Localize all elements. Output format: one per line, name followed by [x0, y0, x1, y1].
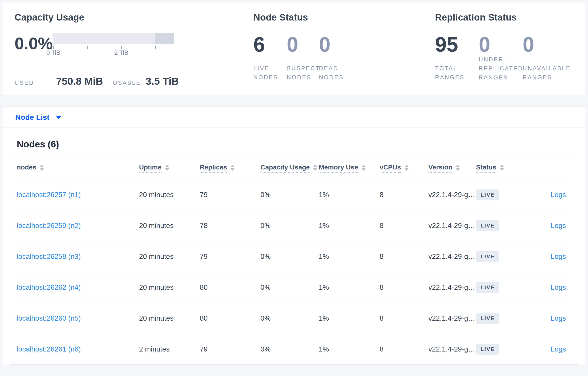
sort-icon[interactable]	[40, 165, 44, 171]
under-replicated-label: UNDER-REPLICATED RANGES	[479, 55, 523, 82]
suspect-nodes-value: 0	[287, 34, 319, 55]
capacity-usage-section: Capacity Usage 0.0% 0 TiB 2 TiB	[15, 12, 253, 87]
node-link[interactable]: localhost:26259 (n2)	[17, 221, 81, 230]
column-header-replicas[interactable]: Replicas	[200, 164, 261, 173]
node-link[interactable]: localhost:26257 (n1)	[17, 191, 81, 198]
vcpus-cell: 8	[380, 314, 428, 322]
live-nodes-value: 6	[253, 34, 287, 55]
table-row: localhost:26257 (n1) 20 minutes 79 0% 1%…	[17, 179, 571, 210]
capacity-usage-title: Capacity Usage	[15, 12, 253, 23]
replicas-cell: 79	[200, 252, 261, 261]
sort-icon[interactable]	[313, 165, 317, 171]
axis-tick	[87, 46, 88, 49]
node-status-title: Node Status	[253, 12, 435, 23]
table-row: localhost:26262 (n4) 20 minutes 80 0% 1%…	[17, 272, 571, 303]
column-header-nodes[interactable]: nodes	[17, 164, 139, 173]
replication-status-title: Replication Status	[435, 12, 573, 23]
logs-link[interactable]: Logs	[551, 283, 566, 291]
status-badge: LIVE	[476, 344, 499, 355]
replicas-cell: 80	[200, 314, 261, 322]
table-row: localhost:26261 (n6) 2 minutes 79 0% 1% …	[17, 334, 571, 365]
sort-icon[interactable]	[500, 165, 504, 171]
memory-cell: 1%	[319, 283, 380, 292]
sort-icon[interactable]	[405, 165, 409, 171]
dead-nodes-value: 0	[319, 34, 363, 55]
memory-cell: 1%	[319, 252, 380, 261]
total-ranges-stat: 95 TOTAL RANGES	[435, 34, 479, 82]
uptime-cell: 20 minutes	[139, 191, 200, 199]
usable-label: USABLE	[113, 79, 141, 86]
version-cell: v22.1.4-29-g…	[428, 252, 476, 261]
capacity-bar	[52, 33, 174, 44]
dead-nodes-stat: 0 DEAD NODES	[319, 34, 363, 82]
column-header-memory-use[interactable]: Memory Use	[319, 164, 380, 173]
status-badge: LIVE	[476, 220, 499, 231]
replicas-cell: 78	[200, 221, 261, 230]
version-cell: v22.1.4-29-g…	[428, 221, 476, 230]
vcpus-cell: 8	[380, 345, 428, 353]
column-header-status[interactable]: Status	[476, 164, 523, 173]
node-list-dropdown[interactable]: Node List	[15, 113, 61, 122]
uptime-cell: 20 minutes	[139, 252, 200, 261]
column-header-capacity-usage[interactable]: Capacity Usage	[261, 164, 319, 173]
capacity-usage-chart: 0.0% 0 TiB 2 TiB	[15, 37, 253, 57]
total-ranges-label: TOTAL RANGES	[435, 64, 479, 82]
node-link[interactable]: localhost:26262 (n4)	[17, 283, 81, 291]
table-row: localhost:26260 (n5) 20 minutes 80 0% 1%…	[17, 303, 571, 334]
logs-link[interactable]: Logs	[551, 252, 566, 260]
unavailable-ranges-stat: 0 UNAVAILABLE RANGES	[523, 34, 573, 82]
capacity-bar-chart: 0 TiB 2 TiB	[52, 33, 174, 57]
sort-icon[interactable]	[456, 165, 460, 171]
axis-label: 0 TiB	[46, 49, 61, 56]
suspect-nodes-label: SUSPECT NODES	[287, 64, 319, 82]
axis-label: 2 TiB	[114, 49, 128, 56]
replicas-cell: 80	[200, 283, 261, 292]
nodes-table-card: Nodes (6) nodes Uptime Replicas Capacity…	[2, 128, 586, 366]
uptime-cell: 20 minutes	[139, 283, 200, 292]
replicas-cell: 79	[200, 191, 261, 199]
column-header-version[interactable]: Version	[428, 164, 476, 173]
status-badge: LIVE	[476, 189, 499, 200]
vcpus-cell: 8	[380, 191, 428, 199]
status-badge: LIVE	[476, 251, 499, 262]
node-status-section: Node Status 6 LIVE NODES 0 SUSPECT NODES…	[253, 12, 435, 87]
unavailable-label: UNAVAILABLE RANGES	[523, 64, 570, 82]
logs-link[interactable]: Logs	[551, 314, 566, 322]
unavailable-value: 0	[523, 34, 573, 55]
capacity-cell: 0%	[261, 283, 319, 292]
logs-link[interactable]: Logs	[551, 221, 566, 230]
sort-icon[interactable]	[165, 165, 169, 171]
live-nodes-stat: 6 LIVE NODES	[253, 34, 287, 82]
node-list-label: Node List	[15, 113, 49, 122]
sort-icon[interactable]	[231, 165, 234, 171]
vcpus-cell: 8	[380, 283, 428, 292]
uptime-cell: 2 minutes	[139, 345, 200, 353]
vcpus-cell: 8	[380, 252, 428, 261]
node-link[interactable]: localhost:26261 (n6)	[17, 345, 81, 353]
version-cell: v22.1.4-29-g…	[428, 191, 476, 199]
replication-status-section: Replication Status 95 TOTAL RANGES 0 UND…	[435, 12, 573, 87]
capacity-used-usable-row: USED 750.8 MiB USABLE 3.5 TiB	[15, 75, 253, 87]
version-cell: v22.1.4-29-g…	[428, 345, 476, 353]
used-value: 750.8 MiB	[56, 75, 103, 87]
live-nodes-label: LIVE NODES	[253, 64, 287, 82]
chevron-down-icon	[56, 116, 61, 119]
sort-icon[interactable]	[362, 165, 366, 171]
column-header-uptime[interactable]: Uptime	[139, 164, 200, 173]
capacity-cell: 0%	[261, 345, 319, 353]
node-link[interactable]: localhost:26260 (n5)	[17, 314, 81, 322]
column-header-vcpus[interactable]: vCPUs	[380, 164, 428, 173]
memory-cell: 1%	[319, 221, 380, 230]
under-replicated-value: 0	[479, 34, 523, 55]
logs-link[interactable]: Logs	[551, 191, 566, 198]
cluster-summary-panel: Capacity Usage 0.0% 0 TiB 2 TiB	[2, 3, 586, 95]
table-row: localhost:26258 (n3) 20 minutes 79 0% 1%…	[17, 241, 571, 272]
node-list-bar: Node List	[2, 107, 586, 127]
version-cell: v22.1.4-29-g…	[428, 283, 476, 292]
status-badge: LIVE	[476, 282, 499, 293]
replicas-cell: 79	[200, 345, 261, 353]
logs-link[interactable]: Logs	[551, 345, 566, 353]
vcpus-cell: 8	[380, 221, 428, 230]
node-link[interactable]: localhost:26258 (n3)	[17, 252, 81, 260]
table-header-row: nodes Uptime Replicas Capacity Usage Mem…	[17, 157, 571, 179]
